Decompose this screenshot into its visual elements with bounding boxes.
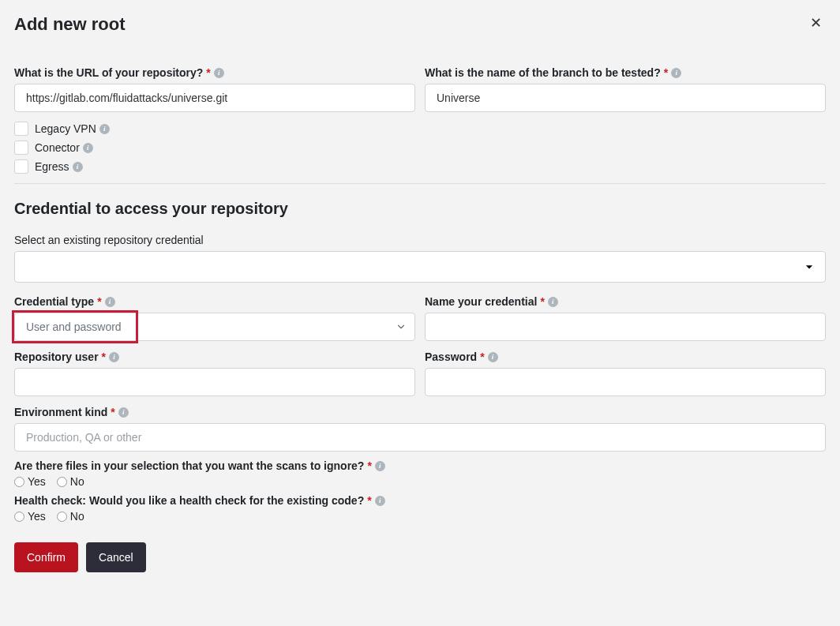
radio-no-label: No — [70, 510, 84, 523]
legacy-vpn-checkbox[interactable] — [14, 122, 28, 136]
legacy-vpn-label: Legacy VPN i — [35, 122, 110, 135]
info-icon[interactable]: i — [375, 496, 385, 506]
egress-checkbox[interactable] — [14, 159, 28, 174]
credential-name-label: Name your credential * i — [425, 295, 826, 308]
credential-section-title: Credential to access your repository — [14, 200, 826, 218]
close-icon: ✕ — [810, 15, 822, 31]
branch-input[interactable] — [425, 84, 826, 112]
required-star: * — [97, 295, 101, 308]
info-icon[interactable]: i — [214, 68, 224, 78]
radio-icon — [14, 477, 24, 487]
required-star: * — [206, 66, 210, 79]
ignore-files-label: Are there files in your selection that y… — [14, 459, 826, 472]
credential-type-label: Credential type * i — [14, 295, 415, 308]
password-label: Password * i — [425, 350, 826, 363]
info-icon[interactable]: i — [375, 461, 385, 471]
required-star: * — [102, 350, 106, 363]
radio-yes-label: Yes — [28, 510, 46, 523]
info-icon[interactable]: i — [109, 352, 119, 362]
divider — [14, 183, 826, 184]
conector-label: Conector i — [35, 141, 93, 154]
ignore-yes-option[interactable]: Yes — [14, 475, 46, 488]
required-star: * — [540, 295, 544, 308]
url-label-text: What is the URL of your repository? — [14, 66, 203, 79]
repo-user-input[interactable] — [14, 368, 415, 396]
password-label-text: Password — [425, 350, 477, 363]
radio-icon — [14, 512, 24, 522]
close-button[interactable]: ✕ — [806, 14, 826, 32]
credential-name-input[interactable] — [425, 313, 826, 341]
required-star: * — [111, 406, 114, 418]
branch-label-text: What is the name of the branch to be tes… — [425, 66, 661, 79]
radio-yes-label: Yes — [28, 475, 46, 488]
info-icon[interactable]: i — [105, 297, 115, 307]
required-star: * — [480, 350, 484, 363]
health-check-label: Health check: Would you like a health ch… — [14, 494, 826, 507]
credential-name-label-text: Name your credential — [425, 295, 537, 308]
health-check-label-text: Health check: Would you like a health ch… — [14, 494, 364, 507]
health-no-option[interactable]: No — [57, 510, 84, 523]
radio-icon — [57, 477, 67, 487]
info-icon[interactable]: i — [99, 124, 110, 134]
password-input[interactable] — [425, 368, 826, 396]
health-yes-option[interactable]: Yes — [14, 510, 46, 523]
confirm-button[interactable]: Confirm — [14, 542, 78, 572]
required-star: * — [367, 494, 371, 507]
repo-user-label: Repository user * i — [14, 350, 415, 363]
environment-kind-label: Environment kind * i — [14, 406, 826, 418]
radio-no-label: No — [70, 475, 84, 488]
radio-icon — [57, 512, 67, 522]
required-star: * — [664, 66, 668, 79]
repo-user-label-text: Repository user — [14, 350, 99, 363]
info-icon[interactable]: i — [83, 143, 93, 153]
required-star: * — [367, 459, 371, 472]
branch-label: What is the name of the branch to be tes… — [425, 66, 826, 79]
url-input[interactable] — [14, 84, 415, 112]
page-title: Add new root — [14, 14, 126, 35]
info-icon[interactable]: i — [73, 162, 83, 172]
url-label: What is the URL of your repository? * i — [14, 66, 415, 79]
environment-kind-label-text: Environment kind — [14, 406, 107, 418]
info-icon[interactable]: i — [548, 297, 558, 307]
info-icon[interactable]: i — [488, 352, 498, 362]
environment-kind-input[interactable] — [14, 423, 826, 452]
info-icon[interactable]: i — [671, 68, 681, 78]
credential-type-select[interactable]: User and password — [14, 313, 415, 341]
existing-credential-select[interactable] — [14, 251, 826, 283]
info-icon[interactable]: i — [118, 407, 129, 418]
cancel-button[interactable]: Cancel — [86, 542, 146, 572]
credential-type-label-text: Credential type — [14, 295, 94, 308]
ignore-files-label-text: Are there files in your selection that y… — [14, 459, 364, 472]
conector-checkbox[interactable] — [14, 141, 28, 155]
ignore-no-option[interactable]: No — [57, 475, 84, 488]
existing-credential-label: Select an existing repository credential — [14, 234, 826, 246]
egress-label: Egress i — [35, 160, 83, 173]
